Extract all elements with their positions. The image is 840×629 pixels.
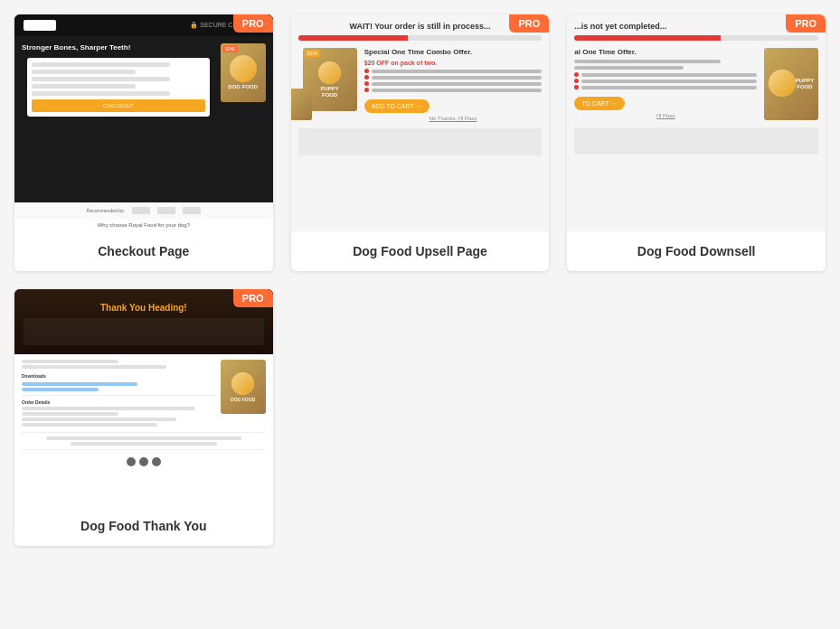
downsell-title-text: ...is not yet completed... bbox=[574, 22, 818, 31]
thankyou-preview-area: Thank You Heading! Downloads bbox=[14, 289, 273, 506]
social-icon-1 bbox=[127, 457, 136, 466]
product-name: DOG FOOD bbox=[228, 84, 258, 90]
pro-badge-upsell: PRO bbox=[509, 14, 549, 33]
downsell-no-thanks-link[interactable]: I'll Pass bbox=[574, 113, 757, 118]
pro-badge-checkout: PRO bbox=[233, 14, 273, 33]
social-icon-3 bbox=[152, 457, 161, 466]
downsell-add-to-cart-button[interactable]: TO CART → bbox=[574, 97, 624, 110]
footer-text: Recommended by: bbox=[87, 208, 125, 213]
trust-badge-3 bbox=[183, 207, 201, 214]
card-upsell-label: Dog Food Upsell Page bbox=[291, 231, 550, 271]
upsell-wait-text: WAIT! Your order is still in process... bbox=[298, 22, 543, 31]
thankyou-product-image: DOG FOOD bbox=[221, 360, 266, 414]
upsell-bottom-section bbox=[298, 128, 543, 155]
card-downsell-label: Dog Food Downsell bbox=[567, 231, 826, 271]
card-checkout-page[interactable]: PRO 🔒 SECURE CHECKOUT Stronger Bones, Sh… bbox=[14, 14, 273, 271]
thankyou-social-icons bbox=[22, 454, 266, 470]
thankyou-body: Downloads Order Details bbox=[14, 354, 273, 506]
upsell-no-thanks-link[interactable]: No Thanks, I'll Pass bbox=[364, 116, 543, 121]
card-thankyou-label: Dog Food Thank You bbox=[14, 506, 273, 546]
upsell-price: $20 OFF on pack of two. bbox=[364, 60, 543, 66]
checkout-button[interactable]: CHECKOUT bbox=[32, 99, 205, 112]
upsell-progress-fill bbox=[298, 35, 408, 41]
card-grid-row2: PRO Thank You Heading! Downloads bbox=[14, 289, 826, 546]
downsell-progress-bar bbox=[574, 35, 818, 41]
trust-badge-2 bbox=[157, 207, 175, 214]
card-thankyou-page[interactable]: PRO Thank You Heading! Downloads bbox=[14, 289, 273, 546]
checkout-footer: Recommended by: bbox=[14, 202, 273, 219]
card-downsell-page[interactable]: PRO ...is not yet completed... al One Ti… bbox=[567, 14, 826, 271]
downsell-preview-area: ...is not yet completed... al One Time O… bbox=[567, 14, 826, 231]
pro-badge-thankyou: PRO bbox=[233, 289, 273, 307]
thankyou-heading: Thank You Heading! bbox=[24, 303, 264, 313]
upsell-progress-bar bbox=[298, 35, 543, 41]
upsell-text-block: Special One Time Combo Offer. $20 OFF on… bbox=[364, 48, 543, 121]
pro-badge-downsell: PRO bbox=[786, 14, 826, 33]
downsell-text-block: al One Time Offer. TO CART → I'll Pass bbox=[574, 48, 757, 118]
upsell-preview-area: WAIT! Your order is still in process... … bbox=[291, 14, 550, 231]
downsell-offer-title: al One Time Offer. bbox=[574, 48, 757, 56]
upsell-add-to-cart-button[interactable]: ADD TO CART → bbox=[364, 99, 429, 113]
card-grid-row1: PRO 🔒 SECURE CHECKOUT Stronger Bones, Sh… bbox=[14, 14, 826, 271]
thankyou-text-section: Downloads Order Details bbox=[22, 360, 215, 428]
upsell-product-images: $249 PUPPYFOOD bbox=[298, 48, 357, 120]
upsell-offer-title: Special One Time Combo Offer. bbox=[364, 48, 543, 56]
card-checkout-label: Checkout Page bbox=[14, 231, 273, 271]
thankyou-product-label: DOG FOOD bbox=[231, 397, 255, 402]
checkout-logo bbox=[24, 20, 56, 31]
downsell-product-image: PUPPYFOOD bbox=[764, 48, 818, 120]
card-upsell-page[interactable]: PRO WAIT! Your order is still in process… bbox=[291, 14, 550, 271]
downsell-progress-fill bbox=[574, 35, 721, 41]
downsell-bottom-section bbox=[574, 127, 818, 155]
checkout-preview: 🔒 SECURE CHECKOUT Stronger Bones, Sharpe… bbox=[14, 14, 273, 231]
trust-badge-1 bbox=[132, 207, 150, 214]
product-price: $249 bbox=[222, 45, 238, 52]
checkout-product-box: $249 DOG FOOD bbox=[221, 43, 266, 102]
social-icon-2 bbox=[139, 457, 148, 466]
checkout-why-text: Why choose Royal Food for your dog? bbox=[14, 219, 273, 231]
checkout-form: CHECKOUT bbox=[27, 58, 210, 117]
checkout-hero-text: Stronger Bones, Sharper Teeth! bbox=[22, 43, 215, 52]
